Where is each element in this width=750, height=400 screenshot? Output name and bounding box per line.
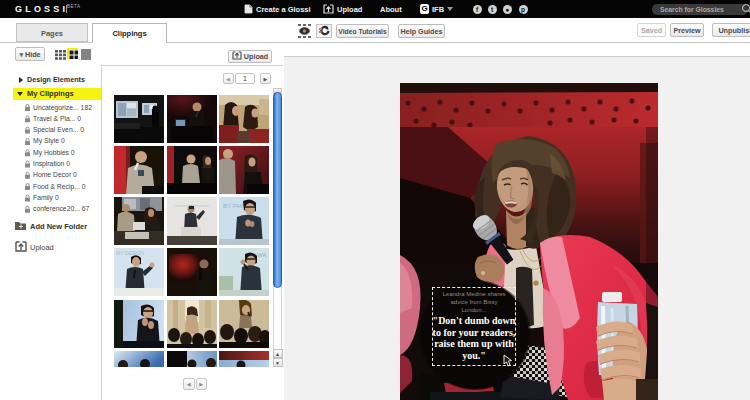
svg-text:WA: WA <box>257 252 266 258</box>
svg-text:MY DESIGN: MY DESIGN <box>116 250 144 256</box>
svg-text:BY PAR: BY PAR <box>223 203 245 209</box>
